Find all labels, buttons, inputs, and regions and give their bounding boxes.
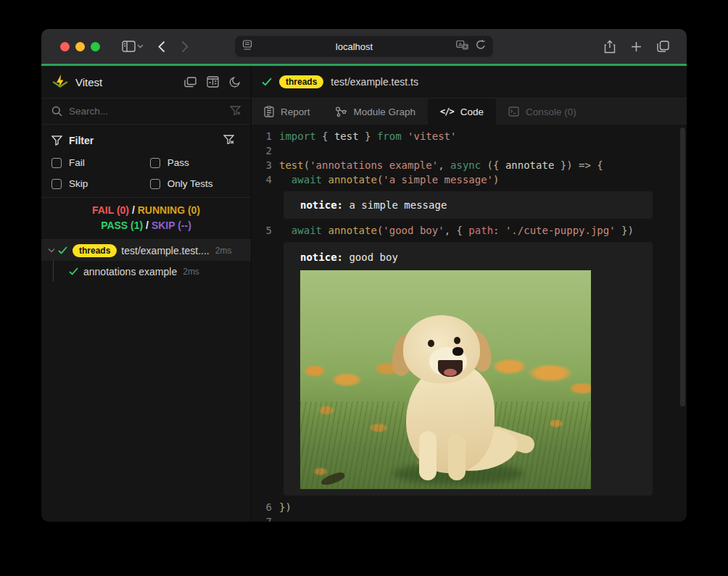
annotation-notice: notice: good boy xyxy=(284,242,653,496)
page-icon xyxy=(242,39,252,54)
browser-window: localhost A✦ xyxy=(41,29,687,522)
filter-section: Filter Fail Pass Skip Only Tests xyxy=(41,125,251,198)
minimize-window-button[interactable] xyxy=(75,42,85,51)
code-scrollbar[interactable] xyxy=(680,128,685,406)
tab-bar: Report Module Graph </> Code Console (0) xyxy=(252,99,687,125)
skip-count: SKIP (--) xyxy=(152,220,191,231)
test-file-name: test/example.test.... xyxy=(121,245,209,256)
file-path: test/example.test.ts xyxy=(331,76,418,88)
search-icon xyxy=(51,106,62,117)
windows-stack-icon[interactable] xyxy=(184,77,197,88)
svg-text:✦: ✦ xyxy=(463,43,468,49)
back-icon[interactable] xyxy=(158,41,165,53)
check-icon xyxy=(262,78,272,86)
translate-icon[interactable]: A✦ xyxy=(456,40,469,53)
zoom-window-button[interactable] xyxy=(91,42,100,51)
checkbox-box[interactable] xyxy=(150,158,160,168)
test-case-name: annotations example xyxy=(83,266,177,277)
module-graph-icon xyxy=(335,107,347,117)
checkbox-box[interactable] xyxy=(51,158,62,168)
pass-count: PASS (1) xyxy=(101,220,143,231)
search-bar xyxy=(41,99,251,125)
app-title: Vitest xyxy=(75,76,102,88)
reload-icon[interactable] xyxy=(476,40,486,54)
code-icon: </> xyxy=(440,107,454,117)
annotation-notice: notice: a simple message xyxy=(284,191,653,219)
code-segment: 5 await annotate('good boy', { path: './… xyxy=(259,223,687,238)
test-file-row[interactable]: threads test/example.test.... 2ms xyxy=(41,240,251,261)
url-text: localhost xyxy=(252,41,456,52)
browser-toolbar: localhost A✦ xyxy=(41,29,687,64)
console-icon xyxy=(508,107,519,117)
tab-overview-icon[interactable] xyxy=(657,41,669,52)
checkbox-box[interactable] xyxy=(51,179,62,189)
annotation-message: a simple message xyxy=(343,199,447,211)
annotation-label: notice: xyxy=(300,199,343,211)
test-tree: threads test/example.test.... 2ms annota… xyxy=(41,240,251,522)
code-segment: 1import { test } from 'vitest'23test('an… xyxy=(259,129,687,187)
file-header: threads test/example.test.ts xyxy=(252,66,687,99)
test-summary: FAIL (0) / RUNNING (0) PASS (1) / SKIP (… xyxy=(41,198,251,240)
annotation-message: good boy xyxy=(343,251,398,263)
chevron-down-icon[interactable] xyxy=(48,248,55,253)
new-tab-icon[interactable] xyxy=(631,41,642,52)
vitest-sidebar: Vitest xyxy=(41,66,252,522)
tab-code[interactable]: </> Code xyxy=(428,99,496,125)
test-duration: 2ms xyxy=(183,267,199,277)
forward-icon[interactable] xyxy=(181,41,189,53)
pool-badge: threads xyxy=(73,244,117,257)
pool-badge: threads xyxy=(279,75,323,88)
search-input[interactable] xyxy=(69,106,230,117)
traffic-lights xyxy=(60,42,100,51)
report-icon xyxy=(264,106,274,117)
test-case-row[interactable]: annotations example 2ms xyxy=(41,261,251,282)
tab-module-graph[interactable]: Module Graph xyxy=(323,99,429,125)
svg-text:A: A xyxy=(458,41,462,47)
checkbox-fail[interactable]: Fail xyxy=(51,155,150,170)
puppy-illustration xyxy=(386,315,524,480)
tab-report[interactable]: Report xyxy=(252,99,323,125)
cute-puppy-photo xyxy=(300,270,591,489)
main-panel: threads test/example.test.ts Report Modu… xyxy=(252,66,687,522)
filter-icon xyxy=(51,135,62,146)
filter-clear-icon[interactable] xyxy=(223,135,241,146)
checkbox-only-tests[interactable]: Only Tests xyxy=(150,176,241,191)
check-icon xyxy=(58,246,67,254)
close-window-button[interactable] xyxy=(60,42,70,51)
indent-guide xyxy=(53,261,54,282)
sidebar-navbar: Vitest xyxy=(41,66,251,99)
annotation-label: notice: xyxy=(300,251,343,263)
checkbox-skip[interactable]: Skip xyxy=(51,176,150,191)
checkbox-pass[interactable]: Pass xyxy=(150,155,241,170)
url-bar[interactable]: localhost A✦ xyxy=(235,36,493,57)
test-duration: 2ms xyxy=(215,246,232,256)
filter-clear-icon[interactable] xyxy=(230,105,241,118)
vitest-logo xyxy=(51,73,69,91)
dashboard-icon[interactable] xyxy=(207,76,219,88)
check-icon xyxy=(69,267,78,275)
share-icon[interactable] xyxy=(604,40,616,54)
filter-title: Filter xyxy=(69,135,94,146)
code-segment: 6})7 xyxy=(259,500,687,522)
code-editor[interactable]: 1import { test } from 'vitest'23test('an… xyxy=(252,125,687,522)
checkbox-box[interactable] xyxy=(150,179,160,189)
tab-console[interactable]: Console (0) xyxy=(496,99,589,125)
sidebar-toggle-icon[interactable] xyxy=(122,41,136,52)
fail-count: FAIL (0) xyxy=(92,204,129,216)
chevron-down-icon[interactable] xyxy=(137,44,144,49)
moon-icon[interactable] xyxy=(229,76,241,88)
running-count: RUNNING (0) xyxy=(138,204,200,216)
